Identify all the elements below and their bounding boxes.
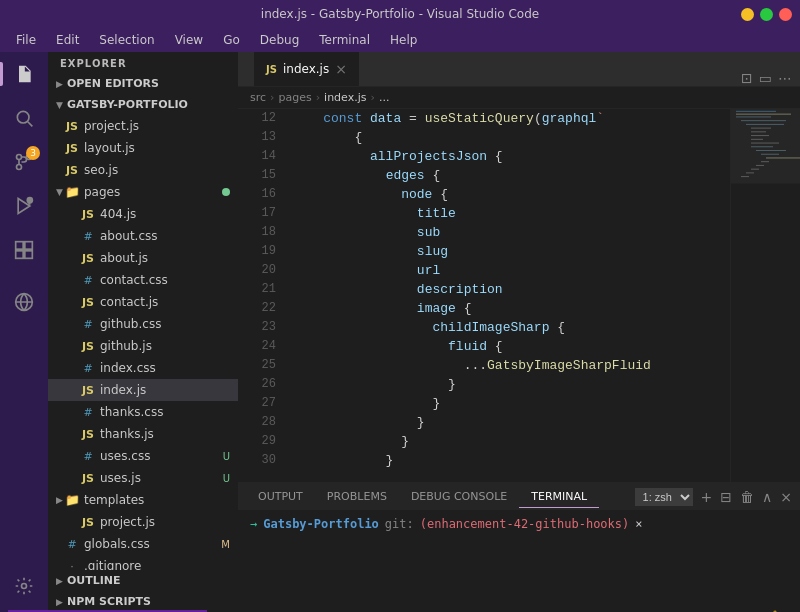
open-editors-header[interactable]: ▶ OPEN EDITORS: [48, 75, 238, 92]
npm-scripts-header[interactable]: ▶ NPM SCRIPTS: [48, 593, 238, 610]
menu-item-terminal[interactable]: Terminal: [311, 31, 378, 49]
tab-debug-console[interactable]: DEBUG CONSOLE: [399, 486, 519, 507]
close-button[interactable]: [779, 8, 792, 21]
list-item[interactable]: # contact.css: [48, 269, 238, 291]
file-name: project.js: [84, 119, 139, 133]
more-actions-icon[interactable]: ⋯: [778, 70, 792, 86]
gatsby-portfolio-header[interactable]: ▼ GATSBY-PORTFOLIO: [48, 96, 238, 113]
folder-icon: 📁: [65, 185, 80, 199]
terminal-actions: 1: zsh + ⊟ 🗑 ∧ ×: [635, 488, 792, 506]
settings-icon[interactable]: [6, 568, 42, 604]
run-icon[interactable]: !: [6, 188, 42, 224]
js-tab-icon: JS: [266, 64, 277, 75]
source-control-badge: 3: [26, 146, 40, 160]
js-file-icon: JS: [80, 472, 96, 485]
list-item[interactable]: · .gitignore: [48, 555, 238, 570]
list-item[interactable]: JS thanks.js: [48, 423, 238, 445]
css-file-icon: #: [80, 406, 96, 419]
search-icon[interactable]: [6, 100, 42, 136]
list-item[interactable]: # about.css: [48, 225, 238, 247]
source-control-icon[interactable]: 3: [6, 144, 42, 180]
menu-item-go[interactable]: Go: [215, 31, 248, 49]
minimize-button[interactable]: [741, 8, 754, 21]
breadcrumb-symbol[interactable]: ...: [379, 91, 390, 104]
js-file-icon: JS: [64, 142, 80, 155]
code-editor[interactable]: 12 13 14 15 16 17 18 19 20 21 22 23 24 2…: [238, 109, 730, 482]
folder-icon: 📁: [65, 493, 80, 507]
list-item[interactable]: # thanks.css: [48, 401, 238, 423]
menu-item-view[interactable]: View: [167, 31, 211, 49]
list-item[interactable]: JS seo.js: [48, 159, 238, 181]
maximize-button[interactable]: [760, 8, 773, 21]
code-line: }: [292, 394, 730, 413]
code-line: node {: [292, 185, 730, 204]
remote-icon[interactable]: [6, 284, 42, 320]
split-terminal-icon[interactable]: ⊟: [720, 489, 732, 505]
list-item[interactable]: JS 404.js: [48, 203, 238, 225]
extensions-icon[interactable]: [6, 232, 42, 268]
main-layout: 3 !: [0, 52, 800, 612]
tab-problems[interactable]: PROBLEMS: [315, 486, 399, 507]
breadcrumb-src[interactable]: src: [250, 91, 266, 104]
close-panel-icon[interactable]: ×: [780, 489, 792, 505]
svg-point-0: [17, 111, 29, 123]
prompt-branch: (enhancement-42-github-hooks): [420, 517, 630, 531]
delete-terminal-icon[interactable]: 🗑: [740, 489, 754, 505]
list-item[interactable]: # globals.css M: [48, 533, 238, 555]
menu-item-debug[interactable]: Debug: [252, 31, 307, 49]
editor-actions: ⊡ ▭ ⋯: [741, 70, 800, 86]
breadcrumb-sep2: ›: [316, 91, 320, 104]
npm-scripts-section: ▶ NPM SCRIPTS: [48, 591, 238, 612]
minimap-content: [731, 109, 800, 482]
list-item[interactable]: # github.css: [48, 313, 238, 335]
list-item[interactable]: JS project.js: [48, 511, 238, 533]
list-item[interactable]: ▶ 📁 templates: [48, 489, 238, 511]
list-item[interactable]: ▼ 📁 pages: [48, 181, 238, 203]
list-item[interactable]: JS about.js: [48, 247, 238, 269]
list-item[interactable]: JS uses.js U: [48, 467, 238, 489]
code-line: slug: [292, 242, 730, 261]
split-editor-icon[interactable]: ⊡: [741, 70, 753, 86]
code-content[interactable]: const data = useStaticQuery(graphql` { a…: [284, 109, 730, 482]
prompt-git-label: git:: [385, 517, 414, 531]
code-line: image {: [292, 299, 730, 318]
list-item[interactable]: JS github.js: [48, 335, 238, 357]
menu-item-edit[interactable]: Edit: [48, 31, 87, 49]
title-bar: index.js - Gatsby-Portfolio - Visual Stu…: [0, 0, 800, 28]
list-item[interactable]: # index.css: [48, 357, 238, 379]
shell-selector[interactable]: 1: zsh: [635, 488, 693, 506]
files-icon[interactable]: [6, 56, 42, 92]
code-line: url: [292, 261, 730, 280]
menu-item-selection[interactable]: Selection: [91, 31, 162, 49]
close-tab-button[interactable]: ×: [335, 61, 347, 77]
code-line: edges {: [292, 166, 730, 185]
list-item[interactable]: JS index.js: [48, 379, 238, 401]
css-file-icon: #: [80, 274, 96, 287]
list-item[interactable]: JS layout.js: [48, 137, 238, 159]
tab-index-js[interactable]: JS index.js ×: [254, 52, 359, 86]
list-item[interactable]: JS contact.js: [48, 291, 238, 313]
untracked-badge: U: [223, 473, 230, 484]
file-name: 404.js: [100, 207, 136, 221]
menu-bar: FileEditSelectionViewGoDebugTerminalHelp: [0, 28, 800, 52]
tab-terminal[interactable]: TERMINAL: [519, 486, 599, 508]
file-name: contact.css: [100, 273, 168, 287]
text-file-icon: ·: [64, 560, 80, 571]
menu-item-help[interactable]: Help: [382, 31, 425, 49]
list-item[interactable]: # uses.css U: [48, 445, 238, 467]
gatsby-portfolio-section: ▼ GATSBY-PORTFOLIO: [48, 94, 238, 115]
list-item[interactable]: JS project.js: [48, 115, 238, 137]
folder-name: templates: [84, 493, 144, 507]
toggle-panel-icon[interactable]: ▭: [759, 70, 772, 86]
file-name: index.js: [100, 383, 146, 397]
menu-item-file[interactable]: File: [8, 31, 44, 49]
terminal-tabs: OUTPUT PROBLEMS DEBUG CONSOLE TERMINAL 1…: [238, 483, 800, 511]
terminal-content[interactable]: → Gatsby-Portfolio git: (enhancement-42-…: [238, 511, 800, 612]
chevron-up-icon[interactable]: ∧: [762, 489, 772, 505]
file-name: index.css: [100, 361, 156, 375]
new-terminal-icon[interactable]: +: [701, 489, 713, 505]
tab-output[interactable]: OUTPUT: [246, 486, 315, 507]
outline-header[interactable]: ▶ OUTLINE: [48, 572, 238, 589]
breadcrumb-file[interactable]: index.js: [324, 91, 366, 104]
breadcrumb-pages[interactable]: pages: [278, 91, 311, 104]
